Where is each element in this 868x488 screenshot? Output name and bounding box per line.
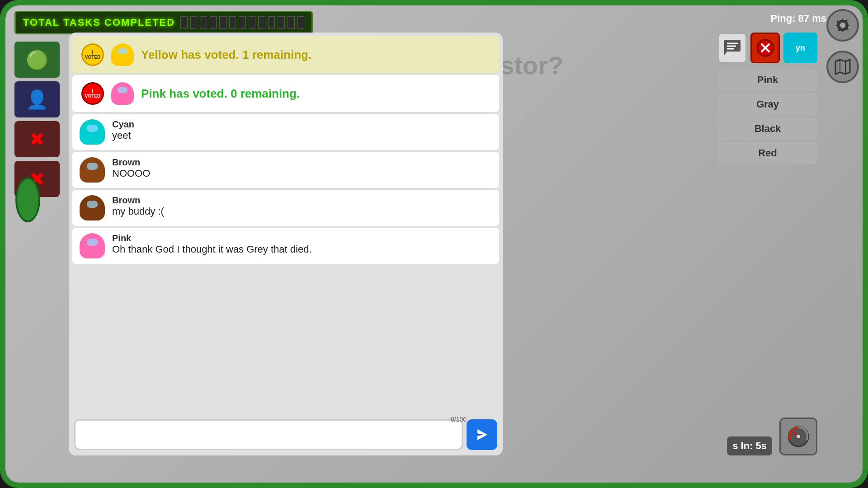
- player-list-panel: yn Pink Gray Black Red: [718, 33, 817, 164]
- chat-input[interactable]: [74, 419, 463, 450]
- cyan-message-content: Cyan yeet: [112, 119, 134, 141]
- seg-8: [249, 16, 256, 29]
- tablet-frame: Green Cyan Lime Yellow Orange Coral Purp…: [0, 0, 868, 488]
- char-icon-1: 🟢: [14, 42, 60, 78]
- pink-author: Pink: [112, 233, 311, 244]
- brown-avatar-2: [80, 195, 105, 221]
- map-button[interactable]: [826, 51, 859, 83]
- top-icons-row: yn: [718, 33, 817, 63]
- bg-name-empty8: [594, 330, 772, 423]
- chat-message-brown-2: Brown my buddy :(: [72, 190, 499, 226]
- chat-message-pink: Pink Oh thank God I thought it was Grey …: [72, 228, 499, 264]
- char-icon-3: ✖: [14, 121, 60, 157]
- char-count: 0/100: [451, 416, 467, 423]
- pink-vote-text: Pink has voted. 0 remaining.: [141, 87, 300, 101]
- seg-13: [297, 16, 305, 29]
- player-entry-gray[interactable]: Gray: [718, 93, 817, 116]
- chat-message-brown-1: Brown NOOOO: [72, 152, 499, 188]
- seg-5: [219, 16, 226, 29]
- yellow-vote-notification: IVOTED Yellow has voted. 1 remaining.: [72, 36, 499, 73]
- chat-panel: IVOTED Yellow has voted. 1 remaining. IV…: [69, 33, 503, 455]
- ping-display: Ping: 87 ms: [771, 13, 826, 24]
- player-entry-red[interactable]: Red: [718, 142, 817, 164]
- char-icon-2: 👤: [14, 81, 60, 117]
- bg-name-empty6: [594, 237, 772, 330]
- player-entry-black[interactable]: Black: [718, 117, 817, 140]
- chat-message-cyan: Cyan yeet: [72, 114, 499, 150]
- chat-messages: IVOTED Yellow has voted. 1 remaining. IV…: [69, 33, 503, 414]
- pink-message-content: Pink Oh thank God I thought it was Grey …: [112, 233, 311, 255]
- pink-text: Oh thank God I thought it was Grey that …: [112, 244, 311, 255]
- brown-message-content-1: Brown NOOOO: [112, 157, 150, 179]
- task-bar-box: TOTAL TASKS COMPLETED: [14, 11, 313, 34]
- seg-10: [268, 16, 275, 29]
- svg-marker-4: [477, 429, 487, 440]
- yellow-vote-text: Yellow has voted. 1 remaining.: [141, 48, 311, 62]
- chat-input-area: 0/100: [69, 414, 503, 455]
- left-character-bar: 🟢 👤 ✖ ✖: [14, 42, 64, 197]
- svg-point-13: [797, 435, 800, 438]
- bg-name-empty10: [594, 423, 772, 437]
- pink-voted-badge: IVOTED: [81, 82, 104, 105]
- cyan-name-badge: yn: [783, 33, 817, 63]
- tablet-inner: Green Cyan Lime Yellow Orange Coral Purp…: [5, 5, 863, 483]
- brown-author-1: Brown: [112, 157, 150, 168]
- green-oval-button[interactable]: [15, 177, 40, 222]
- seg-6: [229, 16, 236, 29]
- seg-7: [239, 16, 246, 29]
- seg-2: [190, 16, 198, 29]
- speedometer-button[interactable]: [779, 418, 817, 455]
- brown-author-2: Brown: [112, 195, 164, 206]
- seg-9: [258, 16, 265, 29]
- alert-icon-btn[interactable]: [750, 33, 779, 63]
- cyan-avatar: [80, 119, 105, 145]
- task-bar: TOTAL TASKS COMPLETED: [14, 9, 854, 36]
- cyan-author: Cyan: [112, 119, 134, 130]
- brown-message-content-2: Brown my buddy :(: [112, 195, 164, 217]
- brown-avatar-1: [80, 157, 105, 183]
- yellow-voted-badge: IVOTED: [81, 43, 104, 66]
- seg-3: [200, 16, 207, 29]
- pink-vote-notification: IVOTED Pink has voted. 0 remaining.: [72, 75, 499, 112]
- task-segments: [180, 16, 304, 29]
- seg-4: [210, 16, 217, 29]
- send-button[interactable]: [467, 419, 497, 450]
- pink-avatar: [80, 233, 105, 258]
- brown-text-2: my buddy :(: [112, 206, 164, 217]
- chat-icon-btn[interactable]: [718, 33, 747, 63]
- svg-point-1: [840, 23, 845, 28]
- timer-display: s In: 5s: [727, 436, 772, 455]
- settings-button[interactable]: [826, 9, 859, 42]
- seg-12: [288, 16, 295, 29]
- seg-1: [180, 16, 188, 29]
- task-label: TOTAL TASKS COMPLETED: [23, 17, 175, 28]
- player-entry-pink[interactable]: Pink: [718, 69, 817, 91]
- cyan-text: yeet: [112, 130, 134, 141]
- brown-text-1: NOOOO: [112, 168, 150, 179]
- seg-11: [278, 16, 285, 29]
